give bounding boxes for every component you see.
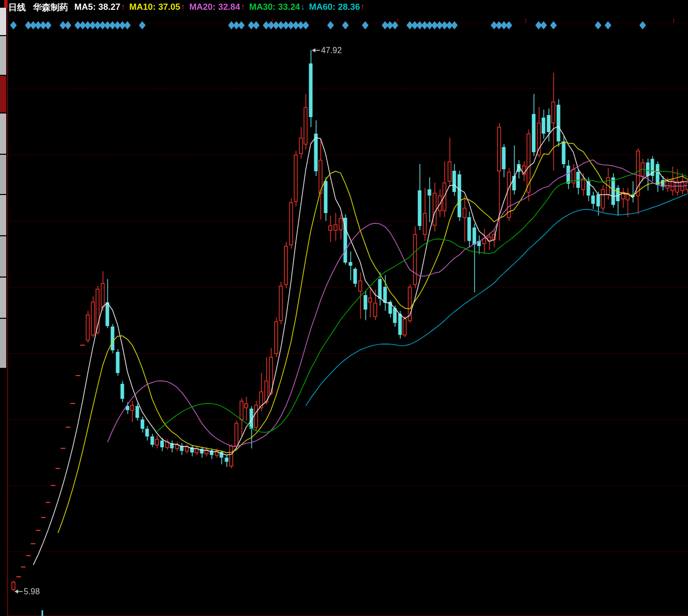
ma30-trend-arrow-icon: ↓ <box>300 2 305 12</box>
ma20-trend-arrow-icon: ↑ <box>241 2 245 12</box>
ma5-trend-arrow-icon: ↑ <box>121 2 125 12</box>
chart-header: 日线 华森制药 MA5: 38.27 ↑ MA10: 37.05 ↑ MA20:… <box>8 1 369 13</box>
ma60-legend: MA60: 28.36 ↑ <box>309 2 365 12</box>
strip-segment <box>0 319 6 368</box>
strip-segment <box>0 155 6 194</box>
ma60-value: 28.36 <box>338 2 360 12</box>
ma20-label: MA20: <box>189 2 216 12</box>
ma10-label: MA10: <box>130 2 156 12</box>
stock-name: 华森制药 <box>33 2 68 13</box>
ma20-value: 32.84 <box>218 2 241 12</box>
ma5-legend: MA5: 38.27 ↑ <box>74 2 125 12</box>
strip-segment <box>0 8 6 35</box>
ma60-label: MA60: <box>309 2 335 12</box>
ma60-trend-arrow-icon: ↑ <box>360 2 365 12</box>
kline-app: 日线 华森制药 MA5: 38.27 ↑ MA10: 37.05 ↑ MA20:… <box>0 0 688 616</box>
strip-segment <box>0 278 6 318</box>
ma5-label: MA5: <box>74 2 96 12</box>
ma20-legend: MA20: 32.84 ↑ <box>189 2 245 12</box>
ma5-value: 38.27 <box>99 2 121 12</box>
period-label[interactable]: 日线 <box>8 2 26 13</box>
ma10-trend-arrow-icon: ↑ <box>181 2 185 12</box>
strip-segment <box>0 76 6 112</box>
strip-segment <box>0 114 6 154</box>
strip-segment <box>0 36 6 75</box>
strip-segment <box>0 236 6 277</box>
strip-segment <box>0 195 6 235</box>
ma30-legend: MA30: 33.24 ↓ <box>249 2 305 12</box>
top-left-marker <box>4 0 7 8</box>
ma10-value: 37.05 <box>158 2 181 12</box>
ma10-legend: MA10: 37.05 ↑ <box>130 2 185 12</box>
candlestick-chart-canvas[interactable] <box>0 0 688 616</box>
ma30-label: MA30: <box>249 2 276 12</box>
ma30-value: 33.24 <box>278 2 300 12</box>
left-edge-strip <box>0 0 7 616</box>
